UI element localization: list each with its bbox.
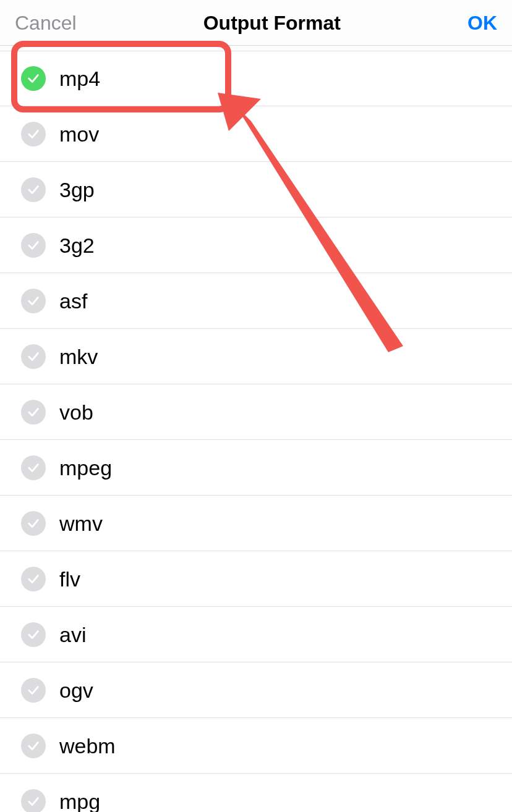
format-option-mov[interactable]: mov: [0, 106, 512, 162]
ok-button[interactable]: OK: [467, 13, 497, 33]
checkmark-icon: [21, 122, 46, 146]
format-option-3gp[interactable]: 3gp: [0, 162, 512, 218]
format-option-mkv[interactable]: mkv: [0, 329, 512, 384]
format-option-webm[interactable]: webm: [0, 718, 512, 774]
navbar: Cancel Output Format OK: [0, 0, 512, 46]
format-list: mp4mov3gp3g2asfmkvvobmpegwmvflvaviogvweb…: [0, 46, 512, 812]
cancel-button[interactable]: Cancel: [15, 13, 77, 33]
format-option-vob[interactable]: vob: [0, 384, 512, 440]
format-option-label: ogv: [59, 680, 93, 701]
format-option-label: 3g2: [59, 235, 95, 256]
format-option-flv[interactable]: flv: [0, 551, 512, 607]
format-option-label: webm: [59, 735, 116, 756]
checkmark-icon: [21, 734, 46, 758]
format-option-label: mkv: [59, 346, 98, 367]
checkmark-icon: [21, 789, 46, 813]
format-option-label: mp4: [59, 68, 100, 89]
format-option-label: avi: [59, 624, 86, 645]
checkmark-icon: [21, 177, 46, 202]
checkmark-icon: [21, 511, 46, 536]
format-option-mpeg[interactable]: mpeg: [0, 440, 512, 496]
checkmark-icon: [21, 344, 46, 369]
format-option-ogv[interactable]: ogv: [0, 662, 512, 718]
checkmark-icon: [21, 400, 46, 425]
format-option-label: mov: [59, 124, 99, 145]
checkmark-icon: [21, 66, 46, 91]
format-option-label: asf: [59, 290, 87, 311]
format-option-avi[interactable]: avi: [0, 607, 512, 662]
format-option-label: mpg: [59, 791, 100, 812]
format-option-mpg[interactable]: mpg: [0, 774, 512, 812]
format-option-wmv[interactable]: wmv: [0, 496, 512, 551]
format-option-3g2[interactable]: 3g2: [0, 218, 512, 273]
format-option-label: vob: [59, 402, 93, 423]
format-option-label: mpeg: [59, 457, 112, 478]
checkmark-icon: [21, 567, 46, 591]
page-title: Output Format: [203, 13, 341, 33]
checkmark-icon: [21, 289, 46, 313]
checkmark-icon: [21, 678, 46, 703]
format-option-label: 3gp: [59, 179, 95, 200]
checkmark-icon: [21, 622, 46, 647]
format-option-mp4[interactable]: mp4: [0, 51, 512, 106]
format-option-label: flv: [59, 569, 80, 590]
checkmark-icon: [21, 455, 46, 480]
format-option-label: wmv: [59, 513, 103, 534]
format-option-asf[interactable]: asf: [0, 273, 512, 329]
checkmark-icon: [21, 233, 46, 258]
